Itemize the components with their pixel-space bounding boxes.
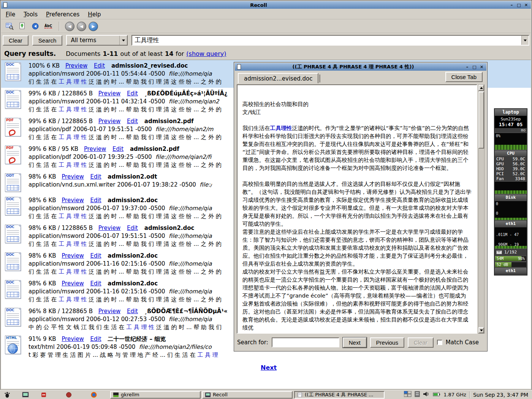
file-type-icon: DOC	[4, 62, 22, 82]
edit-link[interactable]: Edit	[112, 146, 124, 152]
search-input[interactable]	[132, 37, 521, 44]
gkrellm-fan-row: Fan3348	[494, 176, 527, 181]
edit-link[interactable]: Edit	[90, 173, 101, 180]
scrollbar-thumb[interactable]	[478, 92, 484, 149]
minimize-icon[interactable]: –	[508, 2, 515, 8]
window-menu-icon[interactable]	[3, 2, 8, 8]
preview-find-bar: Search for: Next Previous Clear Match Ca…	[237, 337, 484, 348]
scroll-down-icon[interactable]	[478, 327, 484, 333]
menu-preferences[interactable]: Preferences	[46, 11, 79, 18]
taskbar-task-gkrellm[interactable]: gkrellm	[110, 391, 201, 399]
page-prev-icon[interactable]: ◀	[77, 22, 86, 31]
query-history-icon[interactable]	[521, 36, 529, 45]
gkrellm-volume-meter[interactable]: 52 dB	[495, 262, 527, 268]
edit-link[interactable]: Edit	[127, 225, 138, 231]
preview-link[interactable]: Preview	[98, 225, 120, 231]
battery-icon[interactable]	[433, 392, 440, 398]
result-snippet: 们 生 活 在 工 具 理 性 泛 滥 的 时 ... 帮 助 我 们 理 清 …	[28, 78, 222, 86]
next-page-link[interactable]: Next	[261, 364, 277, 371]
file-type-icon: PDF	[4, 145, 22, 165]
preview-link[interactable]: Preview	[65, 62, 87, 69]
preview-link[interactable]: Preview	[98, 90, 120, 97]
file-type-icon: DOC	[4, 280, 22, 299]
menu-help[interactable]: Help	[88, 11, 101, 18]
preview-link[interactable]: Preview	[98, 118, 120, 125]
find-input[interactable]	[272, 337, 339, 347]
search-button[interactable]: Search	[32, 35, 63, 46]
result-title: admission2.doc	[144, 225, 195, 231]
result-snippet: 们 生 活 在 工 具 理 性 泛 滥 的 时 ... 帮 助 我 们 理 清 …	[28, 212, 222, 220]
gkrellm-temp-row: GPU56.0C	[494, 162, 527, 166]
toolbar-separator	[59, 22, 60, 31]
preview-window-icon[interactable]	[236, 64, 242, 70]
edit-link[interactable]: Edit	[90, 336, 101, 342]
editor-launcher-icon[interactable]	[39, 391, 49, 399]
term-explorer-icon[interactable]: ÂbÇ	[43, 21, 54, 32]
maximize-icon[interactable]: □	[516, 2, 522, 8]
edit-link[interactable]: Edit	[127, 308, 138, 315]
edit-link[interactable]: Edit	[94, 62, 105, 69]
gkrellm-disk-header: Disk	[495, 195, 527, 200]
gkrellm-cpu-chart: 0%	[495, 133, 527, 150]
result-score-size: 99% 6 KB / 1228865 B	[28, 118, 93, 125]
results-header: Query results. Documents 1-11 out of at …	[4, 49, 529, 59]
preview-minimize-icon[interactable]: –	[464, 64, 470, 70]
page-next-icon[interactable]: ▶	[89, 22, 98, 31]
tray-app-icon[interactable]	[415, 391, 420, 398]
package-launcher-icon[interactable]	[64, 391, 74, 399]
show-query-link[interactable]: (show query)	[186, 50, 226, 57]
save-results-icon[interactable]	[17, 21, 28, 32]
query-details-icon[interactable]	[4, 21, 15, 32]
preview-link[interactable]: Preview	[62, 173, 84, 180]
close-icon[interactable]: ✕	[523, 2, 529, 8]
preview-maximize-icon[interactable]: □	[471, 64, 478, 70]
match-case-checkbox[interactable]	[437, 340, 442, 345]
result-meta: text/html 2006-01-19 05:09:48 -0500 file…	[28, 343, 218, 351]
edit-link[interactable]: Edit	[90, 280, 101, 287]
edit-link[interactable]: Edit	[127, 118, 138, 125]
preview-tab[interactable]: admission2...evised.doc	[238, 73, 318, 83]
preview-link[interactable]: Preview	[62, 280, 84, 287]
results-total: 14	[165, 50, 173, 57]
preview-link[interactable]: Preview	[62, 336, 84, 342]
system-tray: 1.87 GHz Sun Sep 23, 3:47 PM	[404, 391, 530, 398]
pager-icon[interactable]	[404, 391, 412, 398]
footprint-icon[interactable]	[2, 391, 12, 399]
gkrellm-panel[interactable]: laptop Sun23Sep 15:47 05 mo 0% CPU CPU59…	[494, 108, 527, 276]
preview-link[interactable]: Preview	[84, 146, 106, 152]
mail-icon	[496, 250, 502, 254]
result-score-size: 99% 6 KB / 1228865 B	[28, 90, 93, 97]
scrollbar-track[interactable]	[478, 91, 484, 327]
match-case-label: Match Case	[446, 339, 479, 346]
taskbar-task-recoll[interactable]: Recoll	[202, 391, 293, 399]
clear-button[interactable]: Clear	[3, 35, 28, 46]
results-range: 1-11	[103, 50, 118, 57]
edit-link[interactable]: Edit	[90, 252, 101, 259]
preview-link[interactable]: Preview	[62, 252, 84, 259]
preview-close-icon[interactable]: ✕	[478, 64, 485, 70]
firefox-icon[interactable]	[89, 391, 99, 399]
search-mode-select[interactable]: All terms	[66, 35, 128, 46]
gkrellm-mem-meter[interactable]: 54M98%	[495, 256, 527, 261]
edit-link[interactable]: Edit	[127, 90, 138, 97]
taskbar-clock[interactable]: Sun Sep 23, 3:47 PM	[473, 392, 530, 398]
terminal-launcher-icon[interactable]	[21, 391, 30, 399]
scroll-up-icon[interactable]	[478, 85, 484, 91]
volume-icon[interactable]	[423, 391, 430, 398]
menu-file[interactable]: File	[6, 11, 15, 18]
preview-scrollbar[interactable]	[478, 84, 484, 334]
edit-link[interactable]: Edit	[90, 197, 101, 204]
main-titlebar[interactable]: Recoll – □ ✕	[1, 1, 531, 9]
history-icon[interactable]	[30, 21, 41, 32]
result-score-size: 98% 6 KB	[28, 252, 56, 259]
find-next-button[interactable]: Next	[343, 337, 367, 348]
preview-link[interactable]: Preview	[98, 308, 120, 315]
taskbar-task-preview[interactable]: ((工 PHRASE 4 具 PHRASE ...	[294, 391, 385, 399]
result-meta: application/msword 2006-11-16 02:15:16 -…	[28, 260, 222, 268]
preview-titlebar[interactable]: ((工 PHRASE 4 具 PHRASE 4 理 PHRASE 4 性)) –…	[235, 63, 486, 71]
close-tab-button[interactable]: Close Tab	[445, 72, 483, 82]
menu-tools[interactable]: Tools	[24, 11, 38, 18]
page-first-icon[interactable]: ◀	[65, 22, 74, 31]
find-previous-button[interactable]: Previous	[370, 337, 404, 348]
preview-link[interactable]: Preview	[62, 197, 84, 204]
